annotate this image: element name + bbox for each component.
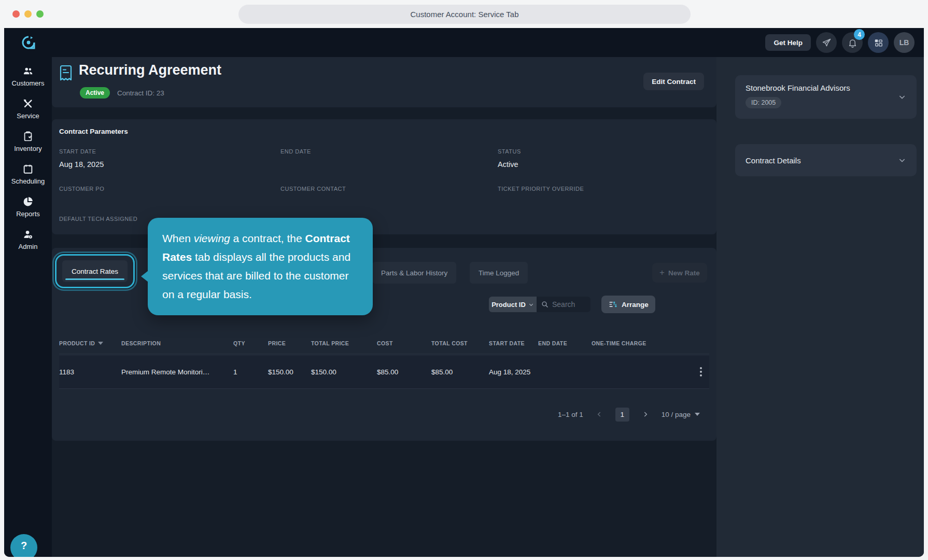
cell-qty: 1	[233, 368, 268, 376]
sidebar-item-customers[interactable]: Customers	[4, 65, 52, 87]
status-badge: Active	[80, 87, 110, 99]
table-row[interactable]: 1183 Premium Remote Monitori… 1 $150.00 …	[59, 355, 709, 389]
arrange-button[interactable]: Arrange	[601, 296, 655, 313]
close-window-button[interactable]	[12, 10, 20, 18]
sidebar-item-inventory[interactable]: Inventory	[4, 131, 52, 152]
pie-chart-icon	[22, 196, 34, 207]
window-title: Customer Account: Service Tab	[238, 5, 691, 24]
column-header: TOTAL COST	[431, 340, 489, 346]
column-header: QTY	[233, 340, 268, 346]
minimize-window-button[interactable]	[24, 10, 32, 18]
sidebar-item-label: Customers	[12, 79, 45, 87]
sidebar-item-label: Admin	[19, 243, 38, 250]
contract-id-text: Contract ID: 23	[117, 89, 164, 97]
help-fab-button[interactable]: ?	[10, 534, 37, 557]
sidebar-item-scheduling[interactable]: Scheduling	[4, 163, 52, 185]
sidebar-item-label: Inventory	[14, 145, 41, 152]
search-box[interactable]	[537, 297, 590, 312]
column-header: ONE-TIME CHARGE	[592, 340, 669, 346]
sidebar-item-label: Scheduling	[11, 177, 45, 185]
tab-parts-labor-history[interactable]: Parts & Labor History	[372, 262, 456, 284]
field-ticket-priority-override: TICKET PRIORITY OVERRIDE	[498, 186, 584, 207]
sidebar-item-admin[interactable]: Admin	[4, 229, 52, 250]
page-number-button[interactable]: 1	[615, 408, 629, 422]
window-titlebar: Customer Account: Service Tab	[0, 0, 928, 28]
clipboard-check-icon	[22, 131, 34, 142]
customer-card[interactable]: Stonebrook Financial Advisors ID: 2005	[735, 75, 917, 119]
app-window: Get Help 4 LB Customers	[4, 28, 924, 557]
apps-layout-button[interactable]	[868, 32, 889, 53]
zoom-window-button[interactable]	[36, 10, 44, 18]
contract-parameters-panel: Contract Parameters START DATE Aug 18, 2…	[52, 119, 716, 234]
paper-plane-icon	[822, 38, 832, 48]
field-customer-po: CUSTOMER PO	[59, 186, 104, 207]
sort-caret-icon	[98, 342, 103, 345]
chevron-left-icon	[596, 411, 603, 418]
cell-product-id: 1183	[59, 368, 121, 376]
window-controls[interactable]	[12, 10, 44, 18]
field-end-date: END DATE	[280, 148, 311, 170]
field-start-date: START DATE Aug 18, 2025	[59, 148, 104, 170]
pagination: 1–1 of 1 1 10 / page	[558, 405, 700, 423]
customer-id-badge: ID: 2005	[746, 97, 781, 108]
chevron-down-icon[interactable]	[898, 156, 906, 164]
notifications-button[interactable]: 4	[842, 32, 863, 53]
row-actions-kebab-icon[interactable]	[700, 367, 709, 376]
walkthrough-tooltip: When viewing a contract, the Contract Ra…	[148, 218, 373, 315]
receipt-icon	[59, 65, 73, 81]
tab-contract-rates[interactable]: Contract Rates	[62, 260, 128, 282]
column-header: END DATE	[538, 340, 592, 346]
search-input[interactable]	[552, 300, 585, 309]
arrange-sort-icon	[608, 300, 617, 309]
sidebar-item-reports[interactable]: Reports	[4, 196, 52, 218]
column-header-product-id[interactable]: PRODUCT ID	[59, 340, 121, 346]
column-header: START DATE	[489, 340, 538, 346]
contract-details-title: Contract Details	[746, 156, 801, 165]
cell-start-date: Aug 18, 2025	[489, 368, 538, 376]
page-title: Recurring Agreement	[79, 62, 221, 78]
column-header: TOTAL PRICE	[311, 340, 377, 346]
tab-time-logged[interactable]: Time Logged	[470, 262, 528, 284]
app-logo-icon	[21, 35, 36, 50]
contract-header-panel: Recurring Agreement Active Contract ID: …	[52, 57, 716, 107]
search-field-selector[interactable]: Product ID	[489, 297, 537, 312]
cell-description: Premium Remote Monitori…	[121, 368, 233, 376]
next-page-button[interactable]	[642, 411, 649, 418]
previous-page-button[interactable]	[596, 411, 603, 418]
chevron-down-icon	[528, 302, 534, 307]
notification-count-badge: 4	[854, 29, 865, 40]
plus-icon: +	[659, 268, 665, 278]
section-title: Contract Parameters	[59, 128, 128, 135]
cell-total-cost: $85.00	[431, 368, 489, 376]
edit-contract-button[interactable]: Edit Contract	[643, 73, 704, 90]
field-default-tech-assigned: DEFAULT TECH ASSIGNED	[59, 216, 137, 222]
column-header: DESCRIPTION	[121, 340, 233, 346]
caret-down-icon	[695, 413, 700, 416]
search-icon	[541, 300, 549, 309]
widgets-grid-icon	[874, 38, 883, 48]
send-message-button[interactable]	[816, 32, 837, 53]
table-header-row: PRODUCT ID DESCRIPTION QTY PRICE TOTAL P…	[59, 333, 709, 354]
top-bar: Get Help 4 LB	[4, 28, 924, 57]
customer-name: Stonebrook Financial Advisors	[746, 83, 906, 92]
contract-details-card[interactable]: Contract Details	[735, 144, 917, 176]
bell-icon	[848, 38, 857, 48]
cell-total-price: $150.00	[311, 368, 377, 376]
cell-cost: $85.00	[377, 368, 431, 376]
column-header: COST	[377, 340, 431, 346]
admin-user-icon	[22, 229, 34, 240]
sidebar-item-service[interactable]: Service	[4, 98, 52, 120]
user-avatar[interactable]: LB	[894, 32, 915, 53]
pagination-range: 1–1 of 1	[558, 411, 583, 418]
sidebar-item-label: Service	[17, 112, 39, 120]
tab-highlight-ring: Contract Rates	[55, 254, 135, 288]
chevron-right-icon	[642, 411, 649, 418]
chevron-down-icon[interactable]	[898, 93, 906, 101]
field-status: STATUS Active	[498, 148, 521, 170]
get-help-button[interactable]: Get Help	[765, 34, 811, 51]
right-sidebar: Stonebrook Financial Advisors ID: 2005 C…	[716, 57, 924, 557]
new-rate-button[interactable]: + New Rate	[652, 263, 707, 283]
page-size-selector[interactable]: 10 / page	[662, 411, 700, 418]
field-customer-contact: CUSTOMER CONTACT	[280, 186, 346, 207]
column-header: PRICE	[268, 340, 311, 346]
